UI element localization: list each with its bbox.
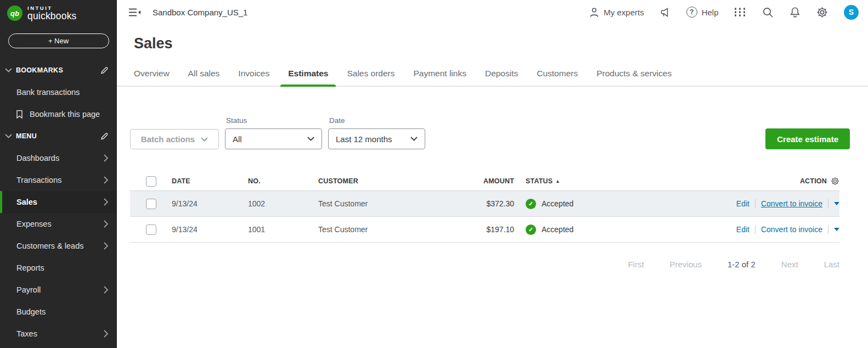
chevron-right-icon [104,220,108,228]
column-header-action: ACTION [800,177,827,185]
date-filter-select[interactable]: Last 12 months [328,128,425,149]
sidebar-item-transactions[interactable]: Transactions [0,169,117,191]
filters-row: Batch actions Status All Date Last 12 mo… [130,116,850,149]
create-estimate-button[interactable]: Create estimate [765,128,850,149]
status-label: Accepted [542,199,573,208]
edit-bookmarks-pencil-icon[interactable] [100,66,109,75]
sidebar-item-label: Customers & leads [16,242,84,250]
status-filter-select[interactable]: All [225,128,322,149]
notifications-bell-icon[interactable] [790,7,801,18]
tab-estimates[interactable]: Estimates [288,69,328,86]
select-all-checkbox[interactable] [146,176,156,187]
bookmarks-section-header[interactable]: BOOKMARKS [0,59,117,81]
bookmark-icon [15,110,24,119]
settings-gear-icon[interactable] [816,7,828,18]
sidebar-item-bookmark-this-page[interactable]: Bookmark this page [0,103,117,125]
action-dropdown-caret[interactable] [834,202,839,205]
my-experts-button[interactable]: My experts [589,7,644,18]
sidebar-item-payroll[interactable]: Payroll [0,279,117,301]
chevron-down-icon [307,137,314,141]
sidebar-item-expenses[interactable]: Expenses [0,213,117,235]
column-header-amount[interactable]: AMOUNT [437,177,514,185]
topbar-actions: My experts ? Help [573,5,859,20]
tab-payment-links[interactable]: Payment links [413,69,466,86]
pagination-previous[interactable]: Previous [670,260,702,269]
qb-logo-icon: qb [7,5,22,21]
help-button[interactable]: ? Help [686,7,719,18]
table-row[interactable]: 9/13/24 1002 Test Customer $372.30 ✓ Acc… [130,191,839,217]
help-label: Help [702,8,719,17]
sidebar-item-budgets[interactable]: Budgets [0,301,117,323]
table-settings-gear-icon[interactable] [831,177,839,186]
tab-deposits[interactable]: Deposits [485,69,518,86]
cell-amount: $372.30 [437,199,514,208]
table-header-row: DATE NO. CUSTOMER AMOUNT STATUS ▲ ACTION [130,172,839,191]
tab-overview[interactable]: Overview [134,69,170,86]
pagination-first[interactable]: First [628,260,644,269]
cell-actions: Edit Convert to invoice [646,199,839,208]
sidebar-item-reports[interactable]: Reports [0,257,117,279]
estimates-table: DATE NO. CUSTOMER AMOUNT STATUS ▲ ACTION [130,172,839,243]
company-name[interactable]: Sandbox Company_US_1 [153,8,247,17]
bank-transactions-label: Bank transactions [16,88,80,97]
tab-sales-orders[interactable]: Sales orders [347,69,394,86]
sort-ascending-icon: ▲ [555,178,560,184]
column-header-status[interactable]: STATUS ▲ [514,177,646,185]
collapse-sidebar-icon[interactable] [128,8,141,17]
sidebar-item-taxes[interactable]: Taxes [0,323,117,345]
sidebar-item-sales[interactable]: Sales [0,191,117,213]
tab-products-services[interactable]: Products & services [596,69,672,86]
pagination-last[interactable]: Last [824,260,839,269]
estimates-content: Batch actions Status All Date Last 12 mo… [117,87,868,348]
edit-menu-pencil-icon[interactable] [100,132,109,141]
tab-customers[interactable]: Customers [537,69,578,86]
pagination-next[interactable]: Next [781,260,798,269]
sidebar-item-bank-transactions[interactable]: Bank transactions [0,81,117,103]
sidebar-item-label: Taxes [16,329,37,338]
row-checkbox[interactable] [146,224,156,235]
sidebar-item-dashboards[interactable]: Dashboards [0,147,117,169]
accepted-check-icon: ✓ [526,199,536,209]
status-filter-value: All [233,134,242,144]
sidebar-item-label: Budgets [16,307,46,316]
search-icon[interactable] [762,7,774,18]
feedback-megaphone-icon[interactable] [660,7,670,18]
sidebar-item-label: Payroll [16,285,41,294]
new-button[interactable]: + New [8,33,109,48]
table-row[interactable]: 9/13/24 1001 Test Customer $197.10 ✓ Acc… [130,217,839,243]
chevron-right-icon [104,330,108,338]
column-header-customer[interactable]: CUSTOMER [318,177,437,185]
quickbooks-logo[interactable]: qb INTUIT quickbooks [0,0,117,21]
chevron-down-icon [410,137,418,141]
batch-actions-label: Batch actions [141,134,195,144]
batch-actions-dropdown[interactable]: Batch actions [130,129,219,149]
cell-amount: $197.10 [437,225,514,234]
menu-section-header[interactable]: MENU [0,125,117,147]
edit-link[interactable]: Edit [736,225,749,234]
chevron-right-icon [104,286,108,294]
cell-no: 1001 [248,225,318,234]
chevron-down-icon [5,68,12,72]
date-filter-group: Date Last 12 months [328,116,425,149]
tab-all-sales[interactable]: All sales [188,69,220,86]
column-header-no[interactable]: NO. [248,177,318,185]
chevron-down-icon [5,134,12,138]
edit-link[interactable]: Edit [736,199,749,208]
status-filter-group: Status All [225,116,322,149]
user-avatar[interactable]: S [844,5,859,20]
chevron-right-icon [104,242,108,250]
action-dropdown-caret[interactable] [834,228,839,231]
column-header-date[interactable]: DATE [172,177,248,185]
row-checkbox[interactable] [146,199,156,209]
quickbooks-wordmark: quickbooks [27,11,77,21]
sidebar-item-customers-leads[interactable]: Customers & leads [0,235,117,257]
convert-to-invoice-link[interactable]: Convert to invoice [761,199,822,208]
bookmark-this-page-label: Bookmark this page [30,110,100,119]
help-icon: ? [686,7,697,18]
tab-invoices[interactable]: Invoices [238,69,269,86]
convert-to-invoice-link[interactable]: Convert to invoice [761,225,822,234]
apps-grid-icon[interactable] [735,8,747,16]
main-area: Sandbox Company_US_1 My experts ? Help [117,0,868,348]
sidebar-item-label: Sales [16,198,37,206]
cell-customer: Test Customer [318,225,437,234]
